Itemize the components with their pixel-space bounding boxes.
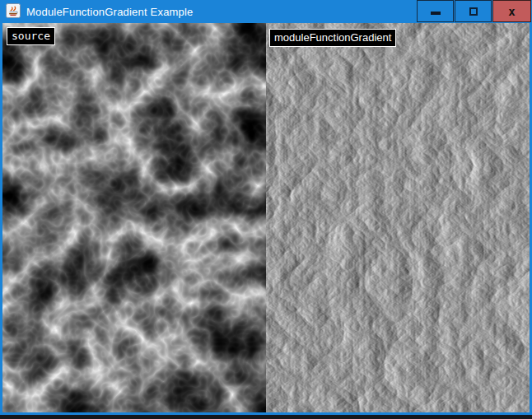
close-button[interactable]: x <box>492 0 531 22</box>
close-icon: x <box>508 6 515 17</box>
java-app-icon <box>5 2 21 19</box>
app-window: ModuleFunctionGradient Example x source … <box>0 0 532 415</box>
window-content: source moduleFunctionGradient <box>0 23 532 415</box>
module-function-gradient-image <box>266 23 530 412</box>
source-panel: source <box>2 23 266 412</box>
window-title: ModuleFunctionGradient Example <box>26 6 194 18</box>
gradient-label: moduleFunctionGradient <box>269 29 396 47</box>
minimize-icon <box>431 12 441 15</box>
source-label: source <box>7 27 55 45</box>
window-controls: x <box>416 0 531 22</box>
maximize-icon <box>469 7 478 16</box>
titlebar[interactable]: ModuleFunctionGradient Example x <box>0 0 532 23</box>
source-image <box>2 23 266 412</box>
gradient-panel: moduleFunctionGradient <box>266 23 530 412</box>
maximize-button[interactable] <box>455 0 492 22</box>
minimize-button[interactable] <box>417 0 454 22</box>
